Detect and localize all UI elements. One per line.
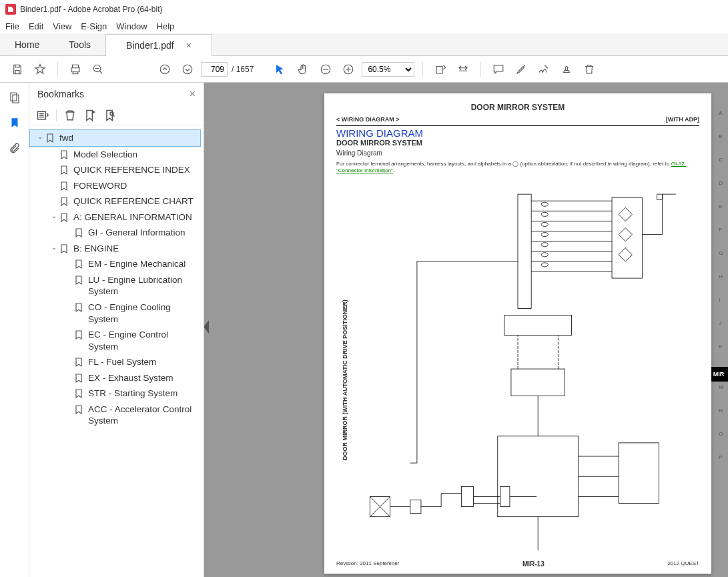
bm-new-icon[interactable] [83,109,97,122]
bm-options-icon[interactable] [36,109,49,122]
attachments-rail-icon[interactable] [7,140,23,156]
tab-tools[interactable]: Tools [54,33,105,55]
tab-close-icon[interactable]: × [186,40,192,51]
page-h1: WIRING DIAGRAM [336,125,699,139]
page-total-label: / 1657 [232,65,254,74]
menubar: File Edit View E-Sign Window Help [0,19,728,33]
menu-edit[interactable]: Edit [29,21,43,31]
fit-page-icon[interactable] [454,60,472,79]
hand-tool-icon[interactable] [294,60,312,79]
select-tool-icon[interactable] [271,60,290,79]
svg-rect-12 [500,486,510,506]
document-area[interactable]: MIR DOOR MIRROR SYSTEM < WIRING DIAGRAM … [204,83,728,577]
main-area: Bookmarks × ⌄fwdModel SelectionQUICK REF… [0,83,728,577]
bookmark-icon [73,388,84,399]
section-letter: F [719,227,723,233]
bookmark-label: EM - Engine Mechanical [88,258,198,270]
section-letter: D [719,180,723,186]
menu-view[interactable]: View [53,21,71,31]
bookmark-icon [73,275,84,285]
bookmark-icon [59,165,69,175]
bookmark-icon [73,227,84,238]
bookmark-item[interactable]: Model Selection [29,147,201,163]
menu-esign[interactable]: E-Sign [81,21,107,31]
bookmark-item[interactable]: GI - General Information [29,225,201,241]
save-icon[interactable] [8,60,27,79]
svg-point-22 [541,232,548,236]
bm-delete-icon[interactable] [63,109,77,122]
titlebar: Binder1.pdf - Adobe Acrobat Pro (64-bit) [0,0,728,19]
section-letter: C [719,157,723,163]
bookmark-label: STR - Starting System [88,388,198,400]
section-letter: A [719,110,723,116]
bookmark-item[interactable]: FL - Fuel System [29,354,201,370]
svg-point-23 [541,242,548,246]
section-letter: O [719,431,723,437]
star-icon[interactable] [31,60,49,79]
bookmark-item[interactable]: EM - Engine Mechanical [29,256,201,272]
bookmark-label: fwd [59,132,198,144]
bookmark-item[interactable]: EC - Engine Control System [29,327,201,354]
svg-rect-17 [518,194,531,308]
menu-help[interactable]: Help [157,21,175,31]
close-panel-icon[interactable]: × [190,88,196,100]
separator [57,61,58,77]
page-number-input[interactable] [201,62,228,77]
section-letter: J [719,320,723,326]
svg-point-25 [541,263,548,267]
zoom-plus-icon[interactable] [339,60,358,79]
thumbnails-rail-icon[interactable] [7,89,23,105]
bookmarks-tree[interactable]: ⌄fwdModel SelectionQUICK REFERENCE INDEX… [29,125,204,577]
bookmark-item[interactable]: ⌄B: ENGINE [29,241,201,257]
svg-rect-16 [619,443,659,504]
bookmark-label: QUICK REFERENCE INDEX [73,164,198,176]
menu-window[interactable]: Window [116,21,147,31]
bookmark-item[interactable]: QUICK REFERENCE CHART [29,193,201,209]
footer-model: 2012 QUEST [667,560,699,568]
toolbar: / 1657 60.5% [0,56,728,83]
section-letter: N [719,408,723,414]
bookmarks-rail-icon[interactable] [7,115,23,131]
bookmarks-panel: Bookmarks × ⌄fwdModel SelectionQUICK REF… [29,83,204,577]
section-letter: G [719,250,723,256]
bookmark-item[interactable]: EX - Exhaust System [29,370,201,386]
bookmark-label: EX - Exhaust System [88,372,198,384]
zoom-out-icon[interactable] [89,60,107,79]
tab-document[interactable]: Binder1.pdf × [105,34,212,56]
page-down-icon[interactable] [178,60,197,79]
bookmark-icon [59,181,69,191]
bookmark-item[interactable]: LU - Engine Lubrication System [29,272,201,300]
collapse-panel-icon[interactable] [204,320,209,334]
bookmark-item[interactable]: ACC - Accelerator Control System [29,402,201,429]
highlight-icon[interactable] [512,60,530,79]
bookmark-label: FL - Fuel System [88,356,198,368]
bm-find-icon[interactable] [103,109,117,122]
footer-revision: Revision: 2011 September [336,560,399,568]
bookmark-item[interactable]: CO - Engine Cooling System [29,300,201,327]
zoom-select[interactable]: 60.5% [362,62,414,77]
bookmark-label: GI - General Information [88,227,198,239]
menu-file[interactable]: File [5,21,19,31]
svg-point-1 [160,65,169,74]
bookmark-item[interactable]: ⌄A: GENERAL INFORMATION [29,209,201,225]
stamp-icon[interactable] [557,60,576,79]
zoom-minus-icon[interactable] [316,60,335,79]
bookmark-icon [73,330,84,340]
option-tag: [WITH ADP] [666,116,699,123]
fit-width-icon[interactable] [431,60,450,79]
comment-icon[interactable] [489,60,508,79]
bookmark-item[interactable]: ⌄fwd [29,129,201,147]
bookmark-item[interactable]: QUICK REFERENCE INDEX [29,162,201,178]
tab-home[interactable]: Home [0,33,54,55]
page-up-icon[interactable] [155,60,174,79]
bookmark-item[interactable]: FOREWORD [29,178,201,194]
svg-rect-11 [461,486,473,506]
sign-icon[interactable] [534,60,553,79]
print-icon[interactable] [66,60,85,79]
bookmark-item[interactable]: STR - Starting System [29,386,201,402]
footer-page: MIR-13 [522,560,544,568]
section-letter: K [719,344,723,350]
trash-icon[interactable] [580,60,599,79]
svg-point-21 [541,222,548,226]
section-letters: ABCDEFGHIJKMNOP [719,110,723,460]
